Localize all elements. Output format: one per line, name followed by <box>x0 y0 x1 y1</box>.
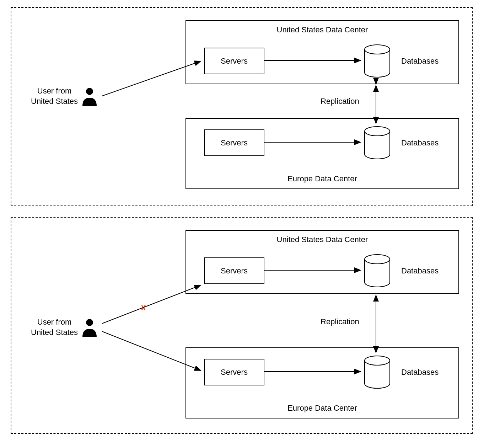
diagram-panel-1: User from United States United States Da… <box>11 7 473 206</box>
diagram-panel-2: User from United States United States Da… <box>11 217 473 434</box>
svg-line-18 <box>102 331 201 370</box>
svg-line-17 <box>102 285 201 324</box>
replication-arrow <box>11 8 473 207</box>
arrows <box>11 218 473 434</box>
